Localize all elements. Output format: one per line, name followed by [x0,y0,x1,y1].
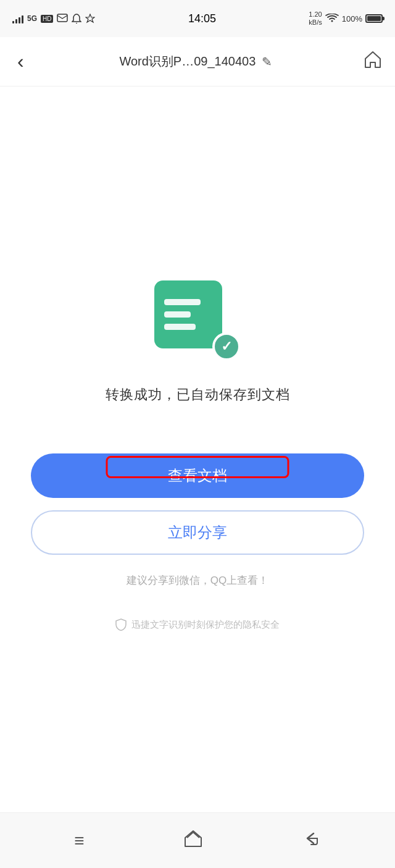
success-message: 转换成功，已自动保存到文档 [106,386,290,404]
menu-button[interactable]: ≡ [74,831,84,851]
status-hd: HD [41,15,53,23]
nav-title: Word识别P…09_140403 ✎ [119,53,272,70]
star-icon [85,14,95,23]
shield-icon [115,618,127,631]
doc-line-2 [164,311,191,318]
status-left: 5G HD [12,13,95,24]
check-circle: ✓ [212,332,241,361]
status-right: 1.20kB/s 100% [309,11,383,27]
main-content: ✓ 转换成功，已自动保存到文档 查看文档 立即分享 建议分享到微信，QQ上查看！… [0,86,395,812]
privacy-notice: 迅捷文字识别时刻保护您的隐私安全 [115,618,280,631]
privacy-text: 迅捷文字识别时刻保护您的隐私安全 [131,619,280,631]
view-document-label: 查看文档 [168,466,227,486]
status-kbs: 1.20kB/s [309,11,322,27]
bottom-nav: ≡ [0,812,395,868]
back-button[interactable]: ‹ [12,45,29,78]
status-bar: 5G HD 14:05 1.20kB/s 100% [0,0,395,37]
doc-icon [154,280,222,348]
status-time: 14:05 [188,12,216,25]
nav-bar: ‹ Word识别P…09_140403 ✎ [0,37,395,86]
home-nav-button[interactable] [183,829,203,852]
back-nav-button[interactable] [302,830,321,851]
signal-5g: 5G [27,14,37,23]
doc-line-1 [164,299,201,305]
edit-icon[interactable]: ✎ [262,54,272,69]
message-icon [57,14,68,23]
svg-marker-2 [86,14,94,22]
share-label: 立即分享 [168,523,227,542]
svg-rect-0 [57,14,67,22]
nav-title-text: Word识别P…09_140403 [119,53,256,70]
check-mark: ✓ [221,340,232,353]
signal-bars [12,14,23,23]
battery-percent: 100% [342,14,362,23]
view-document-button[interactable]: 查看文档 [31,453,364,498]
wifi-icon [325,14,339,23]
notification-icon [72,13,81,24]
home-button[interactable] [363,50,383,73]
success-icon-container: ✓ [154,280,241,361]
share-button[interactable]: 立即分享 [31,510,364,555]
doc-line-3 [164,324,196,330]
hint-text: 建议分享到微信，QQ上查看！ [127,573,268,588]
button-area: 查看文档 立即分享 建议分享到微信，QQ上查看！ 迅捷文字识别时刻保护您的隐私安… [25,453,370,631]
battery-icon [365,14,383,23]
